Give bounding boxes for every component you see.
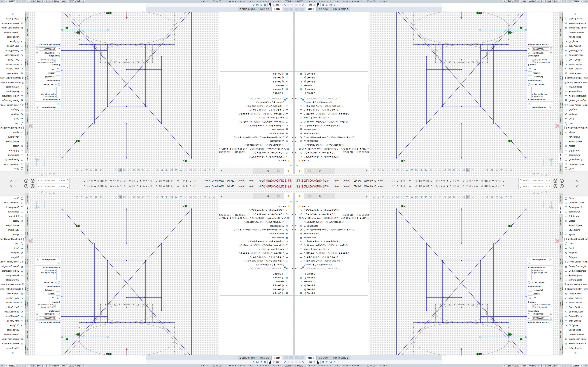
menu-item[interactable]: View — [334, 179, 339, 182]
panel-splitter[interactable] — [219, 85, 220, 102]
sketch-tool-item[interactable]: ⌔ 3 Point Arc — [563, 214, 588, 219]
model-tab[interactable]: Motion Study 1 — [238, 7, 257, 11]
tree-item[interactable]: ▶ ▤ Design Binder — [294, 224, 369, 228]
commandmanager-tab[interactable]: Evaluate — [559, 243, 563, 254]
sketch-tool-item[interactable]: ▭ Corner Rectangle — [0, 269, 25, 273]
account-icon[interactable]: ◎ — [553, 179, 557, 183]
tree-item[interactable]: ▶ ▱ ○✛ꞣ9∘◉○ ※⦿[○ ∘ ○]⦿※ ○◉∘9ꞣ✛○ — [219, 259, 294, 263]
sketch-tool-item[interactable]: ⇱ Stretch Entities — [0, 53, 25, 58]
sketch-tool-item[interactable]: ⊏ Offset Entities — [563, 17, 588, 21]
view-toolbar-icon[interactable]: ◪ — [137, 168, 140, 172]
relation-button-icon[interactable]: ⚓ — [56, 68, 60, 71]
view-toolbar-icon[interactable]: ◻ — [509, 168, 513, 172]
sketch-tool-item[interactable]: ⬡ Polygon — [563, 255, 588, 259]
sketch-tool-item[interactable]: ✂ Trim Entities — [563, 44, 588, 48]
tree-item[interactable]: ▶ ⌐ (-) Sketch5 — [294, 284, 369, 287]
tree-item[interactable]: ▶ A ○ƨ5ͶN◉∘✛Ѧ✛◉ͶNѦ○ ∘ ○ѦͶN◉✛Ѧ✛∘◉Nƨ5○ — [294, 228, 369, 232]
tab-nav-icon[interactable]: ⏭ — [284, 357, 286, 359]
annotation-toolbar-icon[interactable]: ☰ — [280, 360, 282, 364]
search-icon[interactable]: ⚲ — [545, 179, 549, 183]
child-minimize-icon[interactable]: ─ — [541, 173, 543, 176]
child-close-icon[interactable]: ✕ — [37, 173, 39, 176]
commandmanager-tab[interactable]: Markup — [25, 28, 29, 37]
tree-item[interactable]: ▶ ◔ ○ƨ5◉ƨ5ͶNЗЄƨ5○ ∘ ○ƨ5ЗЄNͶƨ5◉ƨ5○ — [219, 143, 294, 147]
child-window-controls[interactable]: ◱ ◳ ─ ❐ ✕ — [37, 173, 55, 176]
tab-featuremanager-tree[interactable]: ❖ — [294, 193, 305, 199]
child-restore-icon[interactable]: ❐ — [545, 191, 547, 194]
view-toolbar-icon[interactable]: ⊡ — [118, 195, 122, 199]
tree-item[interactable]: ▶ ∞ ○ƨ5∘Ո※◉Ѧm○ ∘ ○mѦ◉※Ո∘ƨ5○ — [294, 124, 369, 128]
tree-item[interactable]: ▶ ▦ (-) Sketch6 — [219, 72, 294, 76]
child-restore-icon[interactable]: ❐ — [41, 173, 43, 176]
view-toolbar-icon[interactable]: ◍ — [485, 195, 489, 199]
commandmanager-tab[interactable]: Direct Editing — [559, 227, 563, 242]
sketch-tool-item[interactable]: ◠ Partial Ellipse — [0, 223, 25, 228]
tab-featuremanager-tree[interactable]: ❖ — [294, 168, 305, 174]
tree-item[interactable]: ▶ Σ ○ƨ5ͶN◉∘✛ѦႮ¤ЗЄ○ ∘ ○ЗЄ¤ႮѦ✛∘◉Nƨ5○ — [294, 120, 369, 124]
view-toolbar-icon[interactable]: ◻ — [89, 168, 93, 172]
view-toolbar-icon[interactable]: ◩ — [424, 168, 428, 172]
child-restore-right-icon[interactable]: ◳ — [537, 191, 539, 194]
ok-button[interactable]: ✔ — [528, 261, 552, 265]
checkbox-icon[interactable] — [53, 304, 55, 306]
tab-displaymanager[interactable]: ◔ — [325, 193, 335, 199]
tree-item[interactable]: ▶ ▥ ○ƨ5✛ЗЄƨ5○ͶN◉∘✛ ϽϹЗЄNЗЄƨ5○ ∘ ○ƨ5ЗЄNЗЄ… — [294, 216, 369, 220]
tree-item[interactable]: ▶ ⌐ (-) Sketch1 — [219, 92, 294, 95]
view-toolbar-icon[interactable]: ∅ — [481, 195, 484, 199]
search-dropdown-icon[interactable]: ▾ — [549, 180, 551, 181]
sketch-tool-item[interactable]: ∿ Spline — [563, 130, 588, 135]
collapse-icon[interactable]: ⌃ — [550, 99, 552, 101]
annotation-toolbar-icon[interactable]: ⚙ — [322, 360, 324, 364]
tree-item[interactable]: ▶ ▥ ○ƨ5✛ЗЄƨ5○ͶN◉∘✛ ϽϹЗЄNЗЄƨ5○ ∘ ○ƨ5ЗЄNЗЄ… — [294, 147, 369, 151]
view-toolbar-icon[interactable]: ◻ — [89, 195, 93, 199]
view-toolbar-icon[interactable]: ◰ — [198, 168, 202, 172]
sketch-tool-item[interactable]: ⧉ Copy Entities — [0, 291, 25, 296]
add-relation-button[interactable]: ⚓ Fix — [36, 68, 60, 71]
sketch-tool-item[interactable]: ✥ Circular Sketch Pattern — [0, 287, 25, 291]
expand-arrow-icon[interactable]: ▶ — [295, 152, 297, 154]
panel-expand-icon[interactable]: ❯ — [365, 195, 369, 198]
close-button[interactable]: ✕ — [10, 184, 12, 188]
exit-sketch-icon[interactable] — [36, 159, 45, 166]
commandmanager-tab[interactable]: Evaluate — [559, 113, 563, 124]
view-toolbar-icon[interactable]: ◑ — [141, 195, 145, 199]
sketch-tool-item[interactable]: ⠿ Linear Sketch Pattern — [563, 80, 588, 85]
model-tab[interactable]: Motion Study 1 — [331, 356, 350, 360]
view-toolbar-icon[interactable]: ◓ — [80, 168, 84, 172]
commandmanager-tab[interactable]: Features — [559, 193, 563, 204]
menu-item[interactable]: Edit — [325, 179, 329, 182]
help-icon[interactable]: ? — [24, 184, 28, 188]
view-toolbar-icon[interactable]: ▾ — [207, 168, 211, 172]
collapse-icon[interactable]: ⌃ — [550, 55, 552, 57]
view-toolbar-icon[interactable]: ∅ — [104, 168, 107, 172]
sketch-tool-item[interactable]: ◌ Perimeter Circle — [0, 200, 25, 205]
view-toolbar-icon[interactable]: ◪ — [448, 195, 451, 199]
tab-nav-icon[interactable]: ◂ — [289, 357, 291, 359]
expand-section-icon[interactable]: ⌄ — [36, 321, 38, 323]
tab-configurationmanager[interactable]: ⊕ — [263, 193, 273, 199]
sketch-tool-item[interactable]: ⟳ Rotate Entities — [0, 62, 25, 67]
view-toolbar-icon[interactable]: ◓ — [504, 168, 508, 172]
tree-item[interactable]: ▶ ❖ TЯPDL2. — [219, 204, 294, 208]
tree-filter-input[interactable]: ▽ — [220, 163, 293, 167]
sketch-tool-item[interactable]: ⤢ Scale Entities — [0, 305, 25, 309]
more-tools-icon[interactable]: ≫ — [563, 13, 588, 16]
tree-item[interactable]: ▶ ⌐ (-) Sketch4 — [219, 76, 294, 80]
annotation-toolbar-icon[interactable]: ▙ — [317, 360, 319, 364]
help-icon[interactable]: ? — [560, 179, 564, 183]
view-toolbar-icon[interactable]: ⟂ — [476, 195, 480, 199]
child-close-icon[interactable]: ✕ — [37, 191, 39, 194]
annotation-toolbar-icon[interactable]: ▤ — [256, 3, 259, 7]
expand-arrow-icon[interactable]: ▶ — [291, 229, 293, 231]
option-checkbox[interactable]: For construction — [533, 61, 552, 63]
sketch-tool-item[interactable]: ⧉ Copy Entities — [563, 71, 588, 76]
sketch-tool-item[interactable]: ∿ Spline — [563, 232, 588, 237]
view-toolbar-icon[interactable]: ◉ — [490, 168, 494, 172]
sketch-tool-item[interactable]: ⌔ 3 Point Arc — [0, 148, 25, 153]
search-icon[interactable]: ⚲ — [545, 185, 549, 189]
commandmanager-tab[interactable]: Evaluate — [25, 113, 29, 124]
tree-item[interactable]: ▶ ⌐ (-) Sketch5 — [294, 80, 369, 83]
view-toolbar-icon[interactable]: ◱ — [193, 195, 197, 199]
view-toolbar-icon[interactable]: ◳ — [184, 168, 188, 172]
view-toolbar-icon[interactable]: ⮘ — [457, 168, 461, 172]
